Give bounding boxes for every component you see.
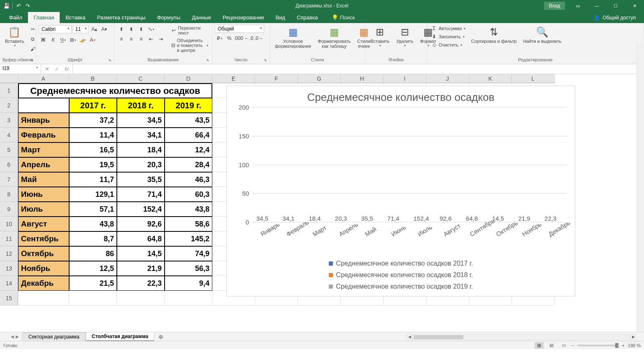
italic-button[interactable]: К xyxy=(49,35,58,44)
cell[interactable] xyxy=(165,291,212,306)
cell[interactable]: 129,1 xyxy=(69,187,117,202)
font-color-button[interactable]: A▾ xyxy=(88,35,97,44)
cell[interactable]: 21,5 xyxy=(69,276,117,291)
cell[interactable]: Февраль xyxy=(18,128,69,142)
redo-icon[interactable]: ↷ xyxy=(24,2,31,9)
cell[interactable]: Июнь xyxy=(18,187,69,202)
clear-button[interactable]: ◇Очистить▾ xyxy=(430,41,467,49)
cell[interactable]: Май xyxy=(18,172,69,187)
tab-formulas[interactable]: Формулы xyxy=(151,12,186,23)
fill-color-button[interactable]: ◢▾ xyxy=(78,35,87,44)
col-header[interactable]: K xyxy=(469,74,512,83)
col-header[interactable]: L xyxy=(512,74,555,83)
cell[interactable]: 43,5 xyxy=(165,113,212,128)
zoom-slider[interactable] xyxy=(577,345,618,346)
cell[interactable]: 43,8 xyxy=(69,217,117,231)
cell[interactable]: Октябрь xyxy=(18,246,69,261)
cell[interactable]: 18,4 xyxy=(117,142,165,157)
select-all-corner[interactable] xyxy=(0,74,18,83)
cell[interactable]: 35,5 xyxy=(117,172,165,187)
tab-review[interactable]: Рецензирование xyxy=(217,12,270,23)
number-format-combo[interactable]: Общий xyxy=(215,25,264,33)
align-middle-icon[interactable]: ⬍ xyxy=(127,25,136,34)
find-select-button[interactable]: 🔍Найти и выделить xyxy=(521,25,564,44)
col-header[interactable]: G xyxy=(298,74,341,83)
save-icon[interactable]: 💾 xyxy=(3,2,10,9)
launcher-icon[interactable]: ⬊ xyxy=(30,58,33,62)
cell[interactable]: Ноябрь xyxy=(18,261,69,276)
format-as-table-button[interactable]: ▦Форматировать как таблицу xyxy=(315,25,353,49)
decrease-decimal-icon[interactable]: .0→ xyxy=(254,34,263,43)
cell[interactable]: Март xyxy=(18,142,69,157)
signin-button[interactable]: Вход xyxy=(544,2,565,10)
cell[interactable] xyxy=(18,291,69,306)
align-bottom-icon[interactable]: ⬇ xyxy=(137,25,146,34)
cell[interactable]: Декабрь xyxy=(18,276,69,291)
cell[interactable]: 2017 г. xyxy=(69,98,117,113)
cell[interactable] xyxy=(18,98,69,113)
sheet-nav-next-icon[interactable]: ▶ xyxy=(16,334,19,339)
col-header[interactable]: H xyxy=(341,74,384,83)
paste-button[interactable]: 📋 Вставить ▾ xyxy=(2,25,27,48)
cell[interactable] xyxy=(69,291,117,306)
cell[interactable]: Сентябрь xyxy=(18,231,69,246)
cell[interactable]: Среднемесячное количество осадков xyxy=(18,83,212,98)
tab-file[interactable]: Файл xyxy=(3,12,28,23)
col-header[interactable]: I xyxy=(384,74,426,83)
indent-increase-icon[interactable]: ⇥ xyxy=(156,35,165,44)
grid[interactable]: ABCDEFGHIJKL 1Среднемесячное количество … xyxy=(0,74,644,316)
tell-me-search[interactable]: 💡Поиск xyxy=(328,12,359,23)
row-header[interactable]: 2 xyxy=(0,98,18,113)
row-header[interactable]: 6 xyxy=(0,157,18,172)
conditional-format-button[interactable]: ▦Условное форматирование xyxy=(272,25,314,49)
cell[interactable]: 92,6 xyxy=(117,217,165,231)
font-size-combo[interactable]: 11 xyxy=(72,25,89,33)
sort-filter-button[interactable]: ⇅Сортировка и фильтр xyxy=(469,25,519,44)
cell[interactable]: 152,4 xyxy=(117,202,165,217)
tab-page-layout[interactable]: Разметка страницы xyxy=(91,12,151,23)
cell[interactable]: 12,4 xyxy=(165,142,212,157)
col-header[interactable]: E xyxy=(212,74,255,83)
maximize-icon[interactable]: ☐ xyxy=(606,0,625,12)
row-header[interactable]: 12 xyxy=(0,246,18,261)
tab-help[interactable]: Справка xyxy=(291,12,323,23)
tab-view[interactable]: Вид xyxy=(270,12,291,23)
cell[interactable]: 58,6 xyxy=(165,217,212,231)
cell[interactable]: 71,4 xyxy=(117,187,165,202)
cell[interactable]: 86 xyxy=(69,246,117,261)
currency-icon[interactable]: ₽▾ xyxy=(215,34,224,43)
normal-view-icon[interactable]: ▦ xyxy=(535,342,544,349)
row-header[interactable]: 7 xyxy=(0,172,18,187)
tab-insert[interactable]: Вставка xyxy=(60,12,91,23)
cell[interactable] xyxy=(117,291,165,306)
fx-icon[interactable]: fx xyxy=(63,66,71,72)
underline-button[interactable]: Ч▾ xyxy=(58,35,67,44)
borders-button[interactable]: ⊞▾ xyxy=(68,35,77,44)
col-header[interactable]: D xyxy=(165,74,212,83)
percent-icon[interactable]: % xyxy=(225,34,234,43)
cell[interactable]: 66,4 xyxy=(165,128,212,142)
col-header[interactable]: B xyxy=(69,74,117,83)
vertical-scrollbar[interactable] xyxy=(637,41,644,332)
col-header[interactable]: A xyxy=(18,74,69,83)
ribbon-options-icon[interactable]: ▭ xyxy=(568,0,587,12)
font-name-combo[interactable]: Calibri xyxy=(39,25,72,33)
cell[interactable]: 11,4 xyxy=(69,128,117,142)
close-icon[interactable]: ✕ xyxy=(625,0,644,12)
cell[interactable]: 8,7 xyxy=(69,231,117,246)
col-header[interactable]: J xyxy=(426,74,469,83)
new-sheet-button[interactable]: ⊕ xyxy=(154,334,167,340)
col-header[interactable]: F xyxy=(255,74,298,83)
row-header[interactable]: 11 xyxy=(0,231,18,246)
zoom-level[interactable]: 190 % xyxy=(628,343,641,348)
cell[interactable]: Август xyxy=(18,217,69,231)
cell[interactable]: 2019 г. xyxy=(165,98,212,113)
sheet-tab-1[interactable]: Секторная диаграмма xyxy=(22,332,86,341)
increase-font-icon[interactable]: A▴ xyxy=(90,25,99,34)
cell[interactable]: 74,9 xyxy=(165,246,212,261)
cell[interactable]: 46,3 xyxy=(165,172,212,187)
tab-home[interactable]: Главная xyxy=(28,12,60,23)
cell[interactable]: 14,5 xyxy=(117,246,165,261)
row-header[interactable]: 10 xyxy=(0,217,18,231)
delete-cells-button[interactable]: ⊟Удалить▾ xyxy=(394,25,416,48)
